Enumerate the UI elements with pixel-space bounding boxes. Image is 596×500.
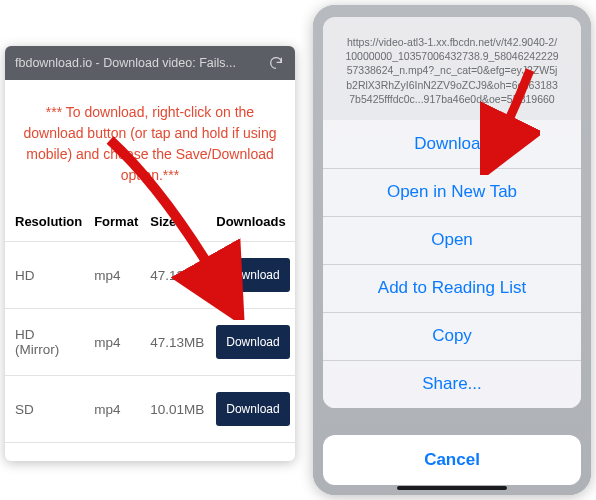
download-button[interactable]: Download xyxy=(216,392,289,426)
download-button[interactable]: Download xyxy=(216,325,289,359)
action-sheet-url: https://video-atl3-1.xx.fbcdn.net/v/t42.… xyxy=(323,17,581,120)
column-format: Format xyxy=(88,204,144,242)
cell-resolution: HD (Mirror) xyxy=(5,309,88,376)
browser-tab-title: fbdownload.io - Download video: Fails... xyxy=(15,56,259,70)
action-sheet-list: Download Open in New Tab Open Add to Rea… xyxy=(323,120,581,408)
cancel-button[interactable]: Cancel xyxy=(323,435,581,485)
browser-tab-bar: fbdownload.io - Download video: Fails... xyxy=(5,46,295,80)
download-button[interactable]: Download xyxy=(216,258,289,292)
cell-size: 47.13MB xyxy=(144,242,210,309)
cell-resolution: SD xyxy=(5,376,88,443)
home-indicator-icon xyxy=(397,486,507,490)
cell-resolution: HD xyxy=(5,242,88,309)
download-options-table: Resolution Format Size Downloads HD mp4 … xyxy=(5,204,295,443)
cell-format: mp4 xyxy=(88,376,144,443)
cell-size: 10.01MB xyxy=(144,376,210,443)
ios-action-sheet-panel: https://video-atl3-1.xx.fbcdn.net/v/t42.… xyxy=(313,5,591,495)
table-row: SD mp4 10.01MB Download xyxy=(5,376,295,443)
table-row: HD (Mirror) mp4 47.13MB Download xyxy=(5,309,295,376)
action-open-new-tab[interactable]: Open in New Tab xyxy=(323,168,581,216)
column-resolution: Resolution xyxy=(5,204,88,242)
table-row: HD mp4 47.13MB Download xyxy=(5,242,295,309)
cell-format: mp4 xyxy=(88,309,144,376)
browser-panel: fbdownload.io - Download video: Fails...… xyxy=(5,46,295,461)
column-size: Size xyxy=(144,204,210,242)
download-instructions: *** To download, right-click on the down… xyxy=(5,80,295,204)
cell-format: mp4 xyxy=(88,242,144,309)
action-reading-list[interactable]: Add to Reading List xyxy=(323,264,581,312)
column-downloads: Downloads xyxy=(210,204,295,242)
action-share[interactable]: Share... xyxy=(323,360,581,408)
cell-size: 47.13MB xyxy=(144,309,210,376)
action-copy[interactable]: Copy xyxy=(323,312,581,360)
action-open[interactable]: Open xyxy=(323,216,581,264)
reload-icon[interactable] xyxy=(267,54,285,72)
action-download[interactable]: Download xyxy=(323,120,581,168)
